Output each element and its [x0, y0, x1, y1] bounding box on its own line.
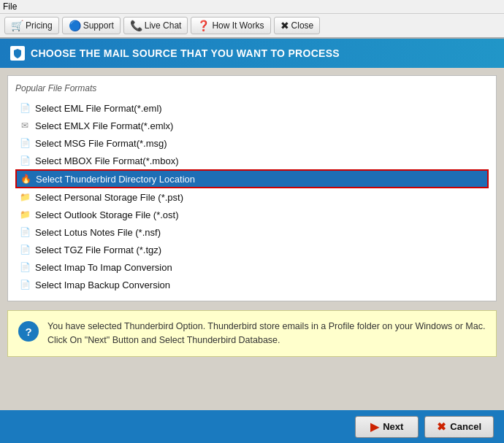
- file-label: Select Thunderbird Directory Location: [36, 174, 195, 185]
- how-it-works-label: How It Works: [212, 20, 264, 31]
- file-icon: ✉: [19, 120, 31, 131]
- banner-text: CHOOSE THE MAIL SOURCE THAT YOU WANT TO …: [31, 47, 340, 59]
- pricing-button[interactable]: 🛒 Pricing: [4, 17, 59, 34]
- list-item[interactable]: 📄 Select MBOX File Format(*.mbox): [15, 152, 489, 169]
- file-icon: 📄: [19, 244, 31, 255]
- info-text: You have selected Thunderbird Option. Th…: [47, 320, 486, 347]
- list-item[interactable]: 📁 Select Outlook Storage File (*.ost): [15, 206, 489, 223]
- support-icon: 🔵: [69, 20, 81, 31]
- file-icon: 📄: [19, 102, 31, 114]
- list-item[interactable]: 📄 Select MSG File Format(*.msg): [15, 134, 489, 152]
- close-button[interactable]: ✖ Close: [274, 17, 321, 34]
- file-icon: 📁: [19, 191, 31, 203]
- file-label: Select MBOX File Format(*.mbox): [35, 155, 179, 166]
- file-icon: 📁: [19, 209, 31, 220]
- list-item[interactable]: 📄 Select EML File Format(*.eml): [15, 99, 489, 117]
- pricing-label: Pricing: [26, 20, 53, 31]
- question-icon: ❓: [197, 20, 210, 31]
- cancel-label: Cancel: [450, 421, 481, 432]
- file-icon: 📄: [19, 261, 31, 273]
- file-icon: 🔥: [20, 173, 31, 185]
- content-area: Popular File Formats 📄 Select EML File F…: [7, 75, 497, 301]
- section-title: Popular File Formats: [15, 83, 489, 93]
- menubar: File: [0, 0, 504, 14]
- list-item[interactable]: 🔥 Select Thunderbird Directory Location: [15, 169, 489, 188]
- chat-icon: 📞: [130, 20, 142, 31]
- list-item[interactable]: 📄 Select Imap Backup Conversion: [15, 276, 489, 293]
- list-item[interactable]: 📁 Select Personal Storage File (*.pst): [15, 188, 489, 206]
- file-label: Select Imap To Imap Conversion: [35, 262, 172, 273]
- file-label: Select EMLX File Format(*.emlx): [35, 120, 173, 131]
- live-chat-button[interactable]: 📞 Live Chat: [123, 17, 188, 34]
- file-label: Select Outlook Storage File (*.ost): [35, 209, 179, 220]
- file-label: Select TGZ File Format (*.tgz): [35, 244, 161, 255]
- cart-icon: 🛒: [11, 20, 23, 31]
- close-icon: ✖: [280, 20, 289, 31]
- cancel-icon: ✖: [437, 420, 446, 434]
- file-label: Select Imap Backup Conversion: [35, 280, 170, 290]
- live-chat-label: Live Chat: [145, 20, 182, 31]
- toolbar: 🛒 Pricing 🔵 Support 📞 Live Chat ❓ How It…: [0, 14, 504, 39]
- next-label: Next: [383, 421, 403, 432]
- info-icon: ?: [18, 321, 39, 342]
- list-item[interactable]: ✉ Select EMLX File Format(*.emlx): [15, 117, 489, 134]
- menu-file[interactable]: File: [3, 1, 17, 12]
- file-label: Select Personal Storage File (*.pst): [35, 192, 183, 203]
- header-banner: CHOOSE THE MAIL SOURCE THAT YOU WANT TO …: [0, 39, 504, 68]
- next-icon: ▶: [370, 420, 379, 434]
- file-icon: 📄: [19, 279, 31, 290]
- list-item[interactable]: 📄 Select TGZ File Format (*.tgz): [15, 241, 489, 258]
- file-icon: 📄: [19, 137, 31, 149]
- file-label: Select Lotus Notes File (*.nsf): [35, 227, 161, 238]
- list-item[interactable]: 📄 Select Lotus Notes File (*.nsf): [15, 223, 489, 241]
- support-label: Support: [83, 20, 114, 31]
- list-item[interactable]: 📄 Select Imap To Imap Conversion: [15, 258, 489, 276]
- footer: ▶ Next ✖ Cancel: [0, 410, 504, 443]
- file-label: Select EML File Format(*.eml): [35, 103, 162, 114]
- next-button[interactable]: ▶ Next: [355, 416, 419, 438]
- shield-icon: [10, 46, 25, 61]
- close-label: Close: [291, 20, 314, 31]
- how-it-works-button[interactable]: ❓ How It Works: [191, 17, 270, 34]
- cancel-button[interactable]: ✖ Cancel: [424, 416, 494, 438]
- file-icon: 📄: [19, 155, 31, 166]
- file-icon: 📄: [19, 226, 31, 238]
- file-format-list: 📄 Select EML File Format(*.eml) ✉ Select…: [15, 99, 489, 293]
- support-button[interactable]: 🔵 Support: [62, 17, 121, 34]
- file-label: Select MSG File Format(*.msg): [35, 138, 167, 149]
- info-box: ? You have selected Thunderbird Option. …: [7, 310, 497, 357]
